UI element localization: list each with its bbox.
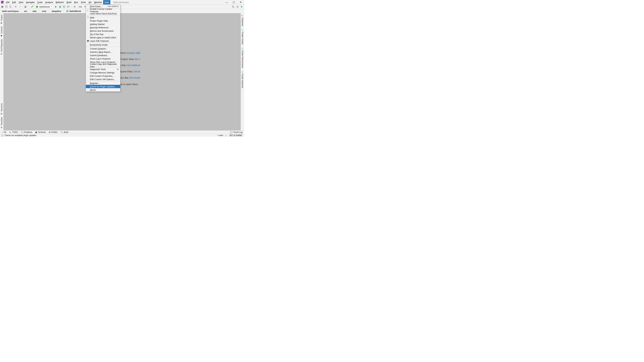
maximize-button[interactable]: ▢ (230, 0, 237, 4)
menu-item[interactable]: About (86, 88, 120, 91)
menu-item[interactable]: 🎓Learn IDE Features (86, 39, 120, 42)
run-config-combo[interactable]: HelloWorld ▼ (35, 5, 53, 8)
memory-indicator[interactable]: 357 of 2048M (228, 134, 243, 137)
breadcrumb-item[interactable]: src (24, 9, 28, 13)
open-icon[interactable] (1, 5, 4, 8)
menu-file[interactable]: File (5, 0, 11, 4)
tool-commit[interactable]: ◆Commit (0, 25, 3, 38)
menu-build[interactable]: Build (65, 0, 73, 4)
class-icon (36, 6, 38, 8)
shortcut: Alt+Home (129, 76, 140, 79)
tool-database[interactable]: ≡Database (241, 13, 244, 27)
menu-item[interactable]: Demos and Screencasts (86, 29, 120, 32)
bottom-tool-bar: ⑂Git ≔TODO !Problems ▣Terminal ◔Profiler… (0, 130, 244, 134)
profiler-dropdown-icon[interactable] (67, 5, 70, 8)
run-config-label: HelloWorld (39, 5, 50, 8)
git-label: Git: (79, 5, 82, 8)
menu-item[interactable]: Change Memory Settings (86, 71, 120, 74)
debug-icon[interactable] (59, 5, 62, 8)
stop-icon[interactable] (73, 5, 76, 8)
shortcut: Double Shift (126, 51, 140, 54)
tool-flutter-performance[interactable]: ❮Flutter Performance (241, 46, 244, 69)
menu-item[interactable]: Keymap Reference (86, 26, 120, 29)
menu-item[interactable]: Check for Plugin Updates... (86, 85, 120, 88)
sync-icon[interactable] (9, 5, 12, 8)
breadcrumb: hello-world-java〉 src〉 edu〉 cnm〉 deepdiv… (0, 9, 244, 13)
menu-item[interactable]: Collect Logs and Diagnostic Data (86, 64, 120, 67)
back-icon[interactable] (14, 5, 17, 8)
tool-todo[interactable]: ≔TODO (9, 131, 18, 133)
minimize-button[interactable]: — (223, 0, 230, 4)
menu-run[interactable]: Run (73, 0, 80, 4)
tool-flutter-outline[interactable]: ❮Flutter Outline (241, 27, 244, 46)
menu-item[interactable]: Register... (86, 81, 120, 85)
menu-item[interactable]: ?Help (86, 16, 120, 19)
app-icon (1, 1, 4, 3)
menu-git[interactable]: Git (87, 0, 93, 4)
left-gutter: ■Project ◆Commit ⇄Pull Requests ≣Structu… (0, 13, 4, 130)
window-icon[interactable]: ▢ (1, 134, 3, 137)
flutter-run-icon[interactable] (240, 5, 243, 8)
shortcut: Ctrl+Shift+N (126, 64, 140, 67)
class-icon: C (66, 10, 68, 12)
tool-build[interactable]: 🔨Build (60, 131, 68, 133)
menu-edit[interactable]: Edit (11, 0, 17, 4)
menu-window[interactable]: Window (93, 0, 103, 4)
menu-item[interactable]: What's New in IntelliJ IDEA (86, 36, 120, 39)
menu-item[interactable]: Contact Support... (86, 47, 120, 50)
menu-item[interactable]: Getting Started (86, 22, 120, 26)
svg-point-4 (232, 6, 234, 7)
tool-problems[interactable]: !Problems (21, 131, 32, 133)
tool-favorites[interactable]: ★Favorites (0, 116, 3, 130)
save-icon[interactable] (5, 5, 8, 8)
menu-help[interactable]: Help (103, 0, 110, 4)
window-title: hello-world-java (110, 1, 129, 3)
breadcrumb-item[interactable]: hello-world-java (2, 9, 19, 13)
menu-analyze[interactable]: Analyze (44, 0, 54, 4)
menu-item[interactable]: Show Log in Explorer (86, 57, 120, 60)
menu-item[interactable]: Edit Custom Properties... (86, 74, 120, 78)
menubar: FileEditViewNavigateCodeAnalyzeRefactorB… (0, 0, 244, 4)
tool-git[interactable]: ⑂Git (2, 131, 6, 133)
run-icon[interactable] (55, 5, 57, 8)
search-icon[interactable] (232, 5, 234, 8)
coverage-icon[interactable] (63, 5, 66, 8)
menu-item[interactable]: Submit a Bug Report... (86, 50, 120, 54)
tool-event-log[interactable]: 💬Event Log (230, 131, 242, 133)
tool-structure[interactable]: ≣Structure (0, 102, 3, 116)
help-menu-dropdown: Find Action...Ctrl+Shift+A✓Enable Course… (86, 4, 120, 92)
sync-status-icon[interactable]: ☁ (225, 134, 227, 137)
breadcrumb-item[interactable]: deepdive (51, 9, 62, 13)
menu-tools[interactable]: Tools (80, 0, 87, 4)
menu-item[interactable]: ✓Enable Course Creator Features (86, 8, 120, 12)
menu-item[interactable]: Diagnostic Tools▶ (86, 67, 120, 71)
menu-navigate[interactable]: Navigate (25, 0, 36, 4)
breadcrumb-item[interactable]: edu (32, 9, 37, 13)
breadcrumb-item[interactable]: HelloWorld (69, 9, 81, 13)
tool-flutter-inspector[interactable]: ❮Flutter Inspector (241, 69, 244, 90)
menu-item[interactable]: Find Action...Ctrl+Shift+A (86, 5, 120, 8)
menu-item[interactable]: Edit Custom VM Options... (86, 78, 120, 81)
menu-item[interactable]: Flutter Plugin Help (86, 19, 120, 22)
menu-view[interactable]: View (17, 0, 25, 4)
menu-item[interactable]: Learn More About EduTools (86, 12, 120, 15)
menu-item[interactable]: Tip of the Day (86, 32, 120, 36)
menu-item[interactable]: Submit Feedback... (86, 54, 120, 57)
avatar-dropdown-icon[interactable] (24, 5, 28, 8)
right-gutter: ≡Database ❮Flutter Outline ❮Flutter Perf… (241, 13, 244, 130)
breadcrumb-item[interactable]: cnm (42, 9, 47, 13)
tool-terminal[interactable]: ▣Terminal (35, 131, 46, 133)
close-button[interactable]: ✕ (237, 0, 244, 4)
git-branch[interactable]: ⑂ main (217, 134, 223, 137)
menu-code[interactable]: Code (36, 0, 44, 4)
hammer-icon[interactable] (31, 5, 33, 8)
tool-pull-requests[interactable]: ⇄Pull Requests (0, 38, 3, 56)
tool-profiler[interactable]: ◔Profiler (49, 131, 58, 133)
svg-point-0 (25, 6, 26, 7)
chevron-down-icon: ▼ (51, 6, 52, 7)
gear-icon[interactable] (236, 5, 239, 8)
tool-project[interactable]: ■Project (0, 13, 3, 25)
menu-item[interactable]: Productivity Guide (86, 43, 120, 46)
forward-icon[interactable] (18, 5, 21, 8)
menu-refactor[interactable]: Refactor (54, 0, 65, 4)
